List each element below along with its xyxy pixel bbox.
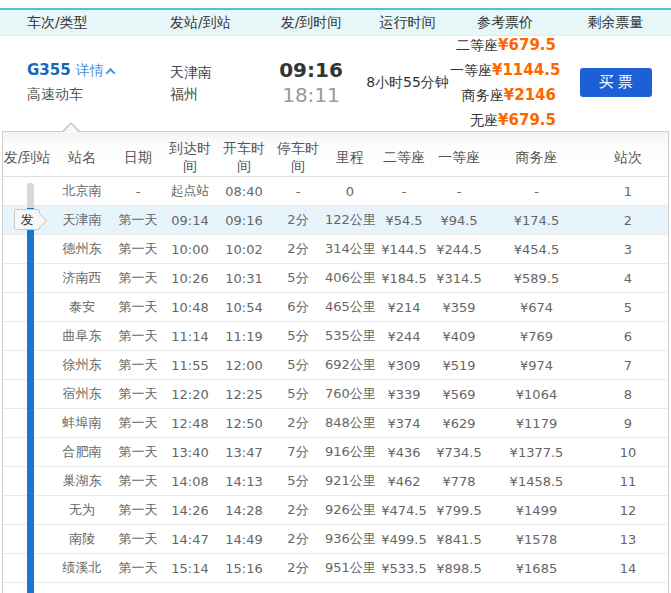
duration-label: 8小时55分钟: [365, 74, 450, 92]
business-class-price: ¥1064: [485, 380, 588, 409]
arrive-time: 18:11: [257, 83, 365, 108]
stop-duration-value: 5分: [271, 264, 325, 293]
col-first-class: 一等座: [433, 132, 485, 177]
route-line-before-depart: [27, 183, 34, 210]
col-stop: 停车时间: [271, 132, 325, 177]
table-row: 徐州东 第一天 11:55 12:00 5分 692公里 ¥309 ¥519 ¥…: [3, 351, 668, 380]
depart-time-value: 09:16: [217, 206, 271, 235]
date-value: 第一天: [113, 322, 163, 351]
table-row: 宿州东 第一天 12:20 12:25 5分 760公里 ¥339 ¥569 ¥…: [3, 380, 668, 409]
stop-duration-value: 5分: [271, 322, 325, 351]
depart-time-value: 10:31: [217, 264, 271, 293]
first-class-price: ¥359: [433, 293, 485, 322]
date-value: 第一天: [113, 380, 163, 409]
stop-number-value: 8: [588, 380, 668, 409]
summary-header-bar: 车次/类型 发站/到站 发/到时间 运行时间 参考票价 剩余票量: [0, 8, 671, 36]
stop-duration-value: 2分: [271, 554, 325, 583]
station-name: 北京南: [51, 177, 113, 206]
second-class-price: ¥533.5: [375, 554, 433, 583]
date-value: -: [113, 177, 163, 206]
stop-number-value: 1: [588, 177, 668, 206]
stop-duration-value: 5分: [271, 380, 325, 409]
depart-time-value: 11:19: [217, 322, 271, 351]
from-station: 天津南: [170, 61, 257, 83]
first-class-price: ¥519: [433, 351, 485, 380]
distance-value: 535公里: [325, 322, 375, 351]
station-name: 巢湖东: [51, 467, 113, 496]
col-second-class: 二等座: [375, 132, 433, 177]
business-class-price: ¥1499: [485, 496, 588, 525]
distance-value: 951公里: [325, 554, 375, 583]
second-class-price: ¥214: [375, 293, 433, 322]
price-line: 二等座¥679.5: [450, 33, 556, 58]
arrive-time-value: 起点站: [163, 177, 217, 206]
seat-class-label: 二等座: [456, 37, 498, 53]
date-value: 第一天: [113, 496, 163, 525]
depart-time: 09:16: [257, 58, 365, 83]
second-class-price: ¥244: [375, 322, 433, 351]
arrive-time-value: 12:48: [163, 409, 217, 438]
second-class-price: -: [375, 177, 433, 206]
to-station: 福州: [170, 83, 257, 105]
second-class-price: ¥462: [375, 467, 433, 496]
first-class-price: ¥629: [433, 409, 485, 438]
summary-col-times: 发/到时间: [257, 14, 365, 32]
stop-number-value: 4: [588, 264, 668, 293]
buy-ticket-button[interactable]: 买票: [580, 68, 652, 97]
train-summary-row: G355 详情 高速动车 天津南 福州 09:16 18:11 8小时55分钟 …: [0, 35, 671, 130]
price-list: 二等座¥679.5 一等座¥1144.5 商务座¥2146 无座¥679.5: [450, 33, 560, 133]
seat-price: ¥679.5: [498, 111, 556, 129]
distance-value: 0: [325, 177, 375, 206]
stop-duration-value: 2分: [271, 496, 325, 525]
stop-number-value: 14: [588, 554, 668, 583]
depart-time-value: 14:49: [217, 525, 271, 554]
station-name: 蚌埠南: [51, 409, 113, 438]
summary-col-duration: 运行时间: [365, 14, 450, 32]
arrive-time-value: 10:26: [163, 264, 217, 293]
distance-value: 122公里: [325, 206, 375, 235]
first-class-price: ¥94.5: [433, 206, 485, 235]
route-line-traveled: [27, 208, 34, 593]
arrive-time-value: 15:14: [163, 554, 217, 583]
station-name: 徐州东: [51, 351, 113, 380]
depart-time-value: 14:28: [217, 496, 271, 525]
second-class-price: ¥54.5: [375, 206, 433, 235]
business-class-price: -: [485, 177, 588, 206]
stop-duration-value: 2分: [271, 206, 325, 235]
business-class-price: ¥454.5: [485, 235, 588, 264]
date-value: 第一天: [113, 409, 163, 438]
arrive-time-value: 14:26: [163, 496, 217, 525]
price-line: 一等座¥1144.5: [450, 58, 556, 83]
station-name: 南陵: [51, 525, 113, 554]
stop-duration-value: 2分: [271, 235, 325, 264]
stop-duration-value: 7分: [271, 438, 325, 467]
depart-time-value: 13:47: [217, 438, 271, 467]
details-link[interactable]: 详情: [76, 62, 104, 78]
station-name: 泰安: [51, 293, 113, 322]
table-row: 蚌埠南 第一天 12:48 12:50 2分 848公里 ¥374 ¥629 ¥…: [3, 409, 668, 438]
col-business-class: 商务座: [485, 132, 588, 177]
stop-duration-value: 5分: [271, 351, 325, 380]
chevron-up-icon: [105, 68, 115, 78]
distance-value: 921公里: [325, 467, 375, 496]
business-class-price: ¥589.5: [485, 264, 588, 293]
summary-col-remaining: 剩余票量: [560, 14, 671, 32]
depart-time-value: 12:50: [217, 409, 271, 438]
station-name: 合肥南: [51, 438, 113, 467]
second-class-price: ¥374: [375, 409, 433, 438]
seat-class-label: 商务座: [462, 87, 504, 103]
table-row: 合肥南 第一天 13:40 13:47 7分 916公里 ¥436 ¥734.5…: [3, 438, 668, 467]
stop-duration-value: 2分: [271, 525, 325, 554]
train-details-toggle[interactable]: G355 详情: [27, 61, 145, 80]
second-class-price: ¥474.5: [375, 496, 433, 525]
first-class-price: ¥778: [433, 467, 485, 496]
schedule-table: 发/到站 站名 日期 到达时间 开车时间 停车时间 里程 二等座 一等座 商务座…: [3, 132, 668, 583]
station-name: 德州东: [51, 235, 113, 264]
first-class-price: ¥734.5: [433, 438, 485, 467]
depart-time-value: 10:02: [217, 235, 271, 264]
depart-time-value: 14:13: [217, 467, 271, 496]
arrive-time-value: 12:20: [163, 380, 217, 409]
price-line: 无座¥679.5: [450, 108, 556, 133]
second-class-price: ¥499.5: [375, 525, 433, 554]
business-class-price: ¥769: [485, 322, 588, 351]
